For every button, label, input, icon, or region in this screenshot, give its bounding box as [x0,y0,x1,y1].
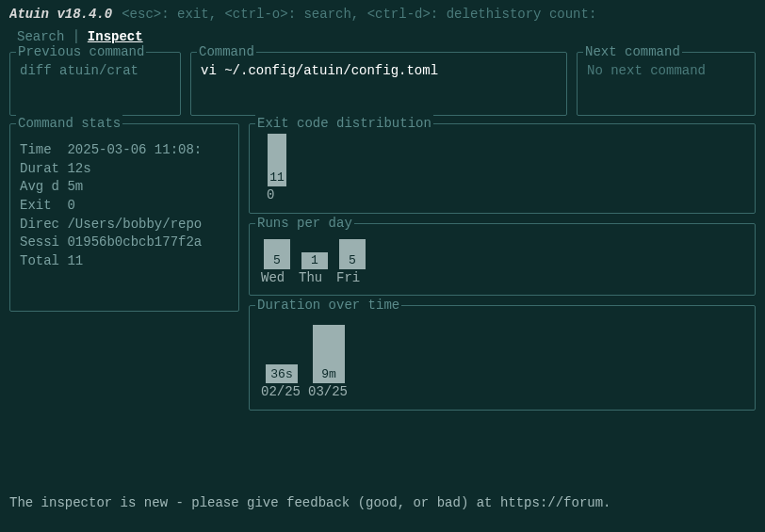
previous-command-value: diff atuin/crat [20,62,171,81]
command-row: Previous command diff atuin/crat Command… [9,52,756,116]
runs-bar-fri-value: 5 [349,252,356,269]
duration-bar-0225-value: 36s [270,366,292,383]
command-stats-title: Command stats [16,115,122,134]
charts-column: Exit code distribution 11 0 Runs per day… [249,123,756,411]
runs-bar-wed-value: 5 [273,252,281,269]
stats-column: Command stats Time 2025-03-06 11:08: Dur… [9,123,239,411]
stat-total: Total 11 [20,252,229,271]
runs-axis: Wed Thu Fri [259,269,745,288]
help-text: <esc>: exit, <ctrl-o>: search, <ctrl-d>:… [122,6,596,24]
main-row: Command stats Time 2025-03-06 11:08: Dur… [9,123,756,411]
command-stats-box: Command stats Time 2025-03-06 11:08: Dur… [9,123,239,312]
duration-axis-0225: 02/25 [261,383,302,402]
stat-time: Time 2025-03-06 11:08: [20,141,229,160]
previous-command-box[interactable]: Previous command diff atuin/crat [9,52,181,116]
duration-chart: Duration over time 36s 9m 02/25 03/25 [249,305,756,411]
stat-exit: Exit 0 [20,197,229,216]
runs-per-day-title: Runs per day [255,215,354,234]
exit-bar-0: 11 [261,134,293,186]
runs-bar-thu: 1 [299,252,331,269]
duration-bar-0225: 36s [261,364,302,383]
exit-code-bars: 11 [259,134,745,186]
current-command-title: Command [197,43,256,62]
runs-bar-wed: 5 [261,239,293,269]
stat-avg: Avg d 5m [20,178,229,197]
runs-axis-thu: Thu [299,269,331,288]
duration-bar-0325-value: 9m [321,366,336,383]
duration-axis: 02/25 03/25 [259,383,745,402]
runs-axis-fri: Fri [336,269,368,288]
next-command-title: Next command [583,43,682,62]
duration-title: Duration over time [255,297,401,315]
runs-bar-fri: 5 [336,239,368,269]
runs-bar-thu-value: 1 [311,252,318,269]
current-command-box[interactable]: Command vi ~/.config/atuin/config.toml [190,52,567,116]
header: Atuin v18.4.0 <esc>: exit, <ctrl-o>: sea… [9,6,756,24]
duration-bars: 36s 9m [259,315,745,383]
exit-code-chart: Exit code distribution 11 0 [249,123,756,214]
duration-axis-0325: 03/25 [308,383,350,402]
previous-command-title: Previous command [16,43,146,62]
stat-direc: Direc /Users/bobby/repo [20,216,229,234]
app-title: Atuin v18.4.0 [9,6,112,24]
runs-per-day-chart: Runs per day 5 1 5 Wed Thu Fri [249,223,756,297]
exit-code-title: Exit code distribution [255,115,433,134]
runs-bars: 5 1 5 [259,234,745,269]
stat-sessi: Sessi 01956b0cbcb177f2a [20,234,229,252]
exit-bar-0-value: 11 [269,169,285,186]
runs-axis-wed: Wed [261,269,293,288]
exit-axis-0: 0 [267,186,274,205]
duration-bar-0325: 9m [308,325,350,383]
next-command-value: No next command [587,62,745,81]
exit-axis: 0 [259,186,745,205]
footer-message: The inspector is new - please give feedb… [9,494,756,513]
stat-duration: Durat 12s [20,160,229,179]
next-command-box[interactable]: Next command No next command [577,52,756,116]
current-command-value: vi ~/.config/atuin/config.toml [201,62,557,81]
